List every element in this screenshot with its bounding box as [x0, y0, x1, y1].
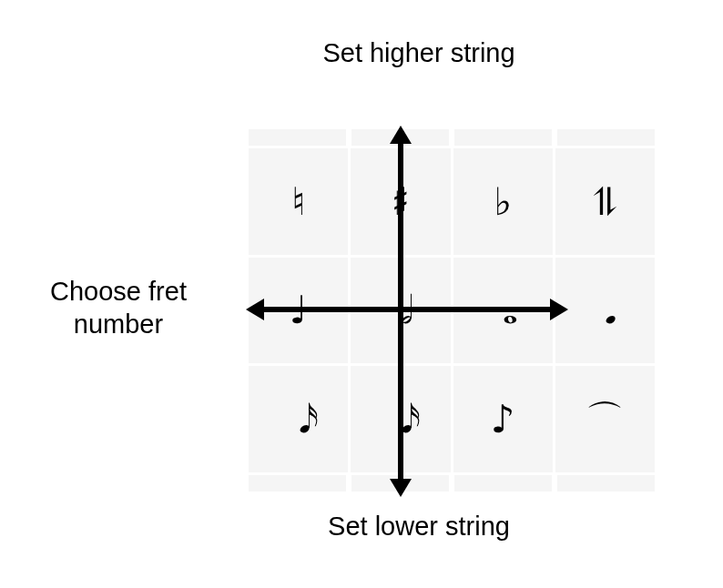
label-choose-fret-line2: number: [74, 309, 163, 339]
cell-natural-sign[interactable]: ♮: [248, 147, 350, 257]
arrow-left-head: [246, 299, 264, 320]
cell-double-whole-note[interactable]: 𝅘: [554, 256, 656, 365]
arrow-right-head: [550, 299, 568, 320]
cell-sixteenth-note[interactable]: 𝅘𝅥𝅯: [248, 365, 350, 474]
grid-ghost-bottom: [246, 472, 657, 492]
label-choose-fret-number: Choose fret number: [18, 275, 219, 341]
cell-eighth-note[interactable]: ♪: [452, 365, 554, 474]
label-set-higher-string: Set higher string: [237, 36, 601, 69]
cell-flat-sign[interactable]: ♭: [452, 147, 554, 257]
cell-tremolo-ornament[interactable]: ⥮: [554, 147, 656, 257]
horizontal-arrow-shaft: [262, 307, 552, 312]
label-set-lower-string: Set lower string: [237, 510, 601, 542]
cell-fermata-arc[interactable]: ⌒: [554, 365, 656, 474]
arrow-down-head: [390, 479, 412, 497]
grid-ghost-top: [246, 129, 657, 148]
label-choose-fret-line1: Choose fret: [50, 277, 187, 306]
arrow-up-head: [390, 126, 412, 144]
diagram-canvas: Set higher string Choose fret number Set…: [0, 0, 723, 588]
